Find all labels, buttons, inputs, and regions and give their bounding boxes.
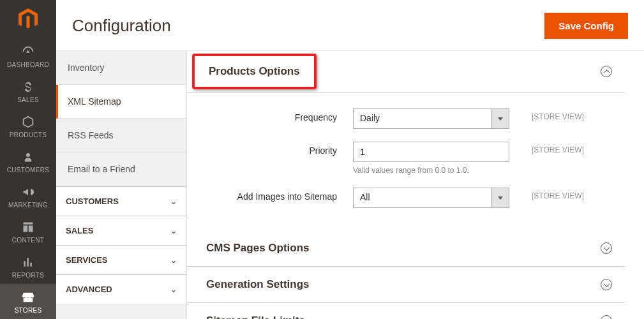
nav-label: MARKETING bbox=[8, 202, 48, 209]
page-title: Configuration bbox=[72, 16, 171, 36]
section-sitemap-file-limits[interactable]: Sitemap File Limits bbox=[187, 303, 625, 319]
config-tabs: InventoryXML SitemapRSS FeedsEmail to a … bbox=[56, 51, 187, 319]
field-priority: Priority Valid values range from 0.0 to … bbox=[187, 142, 612, 175]
chevron-down-icon: ⌄ bbox=[170, 256, 177, 265]
chevron-down-icon: ⌄ bbox=[170, 197, 177, 206]
nav-content[interactable]: CONTENT bbox=[0, 214, 56, 249]
section-title: Sitemap File Limits bbox=[206, 315, 305, 319]
group-label: SERVICES bbox=[66, 255, 108, 265]
expand-icon bbox=[601, 279, 612, 290]
config-tab-rss-feeds[interactable]: RSS Feeds bbox=[56, 119, 186, 152]
layout-icon bbox=[22, 220, 34, 234]
section-title: Generation Settings bbox=[206, 278, 310, 291]
chevron-down-icon bbox=[491, 109, 509, 128]
save-config-button[interactable]: Save Config bbox=[544, 13, 628, 39]
nav-sales[interactable]: SALES bbox=[0, 73, 56, 108]
page-header: Configuration Save Config bbox=[56, 0, 644, 51]
nav-reports[interactable]: REPORTS bbox=[0, 249, 56, 284]
nav-label: REPORTS bbox=[12, 272, 44, 279]
chevron-down-icon: ⌄ bbox=[170, 285, 177, 294]
field-frequency: Frequency Daily [STORE VIEW] bbox=[187, 108, 612, 129]
config-tab-inventory[interactable]: Inventory bbox=[56, 51, 186, 85]
admin-sidebar: DASHBOARDSALESPRODUCTSCUSTOMERSMARKETING… bbox=[0, 0, 56, 319]
group-label: SALES bbox=[66, 226, 93, 235]
section-generation-settings[interactable]: Generation Settings bbox=[187, 267, 625, 303]
scope-label: [STORE VIEW] bbox=[509, 142, 584, 154]
add-images-select[interactable]: All bbox=[353, 188, 509, 208]
nav-label: SALES bbox=[17, 96, 39, 103]
add-images-label: Add Images into Sitemap bbox=[187, 188, 353, 202]
chevron-down-icon bbox=[491, 188, 509, 207]
section-title: CMS Pages Options bbox=[206, 242, 310, 255]
field-add-images: Add Images into Sitemap All [STORE VIEW] bbox=[187, 188, 612, 208]
store-icon bbox=[21, 290, 35, 304]
chart-icon bbox=[22, 255, 34, 269]
expand-icon bbox=[601, 242, 612, 254]
priority-help: Valid values range from 0.0 to 1.0. bbox=[353, 166, 509, 175]
nav-stores[interactable]: STORES bbox=[0, 284, 56, 319]
priority-label: Priority bbox=[187, 142, 353, 156]
cube-icon bbox=[21, 115, 35, 129]
section-products-options[interactable]: Products Options bbox=[187, 51, 625, 93]
dollar-icon bbox=[22, 80, 34, 94]
person-icon bbox=[22, 150, 34, 164]
expand-icon bbox=[601, 315, 612, 319]
chevron-down-icon: ⌄ bbox=[170, 226, 177, 235]
config-main: Products Options Frequency Daily [STORE … bbox=[187, 51, 644, 319]
collapse-icon bbox=[601, 66, 612, 77]
config-group-sales[interactable]: SALES⌄ bbox=[56, 216, 186, 245]
config-group-customers[interactable]: CUSTOMERS⌄ bbox=[56, 186, 186, 216]
nav-dashboard[interactable]: DASHBOARD bbox=[0, 38, 56, 73]
nav-products[interactable]: PRODUCTS bbox=[0, 108, 56, 144]
nav-customers[interactable]: CUSTOMERS bbox=[0, 144, 56, 179]
nav-label: STORES bbox=[15, 307, 42, 314]
nav-label: PRODUCTS bbox=[10, 131, 47, 138]
nav-label: CONTENT bbox=[12, 237, 44, 244]
scope-label: [STORE VIEW] bbox=[509, 188, 584, 200]
config-group-advanced[interactable]: ADVANCED⌄ bbox=[56, 274, 186, 304]
megaphone-icon bbox=[21, 185, 35, 199]
section-cms-pages-options[interactable]: CMS Pages Options bbox=[187, 230, 625, 267]
nav-marketing[interactable]: MARKETING bbox=[0, 179, 56, 214]
frequency-label: Frequency bbox=[187, 108, 353, 122]
group-label: ADVANCED bbox=[66, 285, 112, 294]
magento-logo[interactable] bbox=[0, 0, 56, 38]
config-tab-email-to-a-friend[interactable]: Email to a Friend bbox=[56, 152, 186, 186]
nav-label: CUSTOMERS bbox=[7, 167, 49, 174]
nav-label: DASHBOARD bbox=[7, 61, 49, 68]
config-group-services[interactable]: SERVICES⌄ bbox=[56, 245, 186, 274]
scope-label: [STORE VIEW] bbox=[509, 108, 584, 121]
products-options-body: Frequency Daily [STORE VIEW] Priority Va… bbox=[187, 93, 625, 230]
group-label: CUSTOMERS bbox=[66, 197, 119, 206]
dashboard-icon bbox=[21, 45, 35, 59]
frequency-select[interactable]: Daily bbox=[353, 108, 509, 129]
config-tab-xml-sitemap[interactable]: XML Sitemap bbox=[56, 85, 186, 119]
priority-input[interactable] bbox=[353, 142, 509, 162]
